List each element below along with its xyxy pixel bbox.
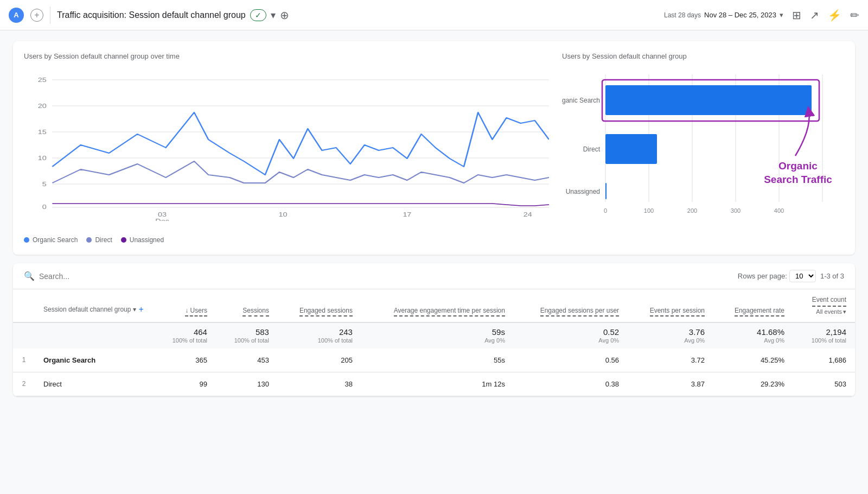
totals-users-value: 464 [163, 327, 207, 337]
annotation-arrow [795, 111, 809, 156]
totals-avg-engagement: 59s Avg 0% [361, 322, 514, 349]
annotation-text-line1: Organic [778, 160, 818, 172]
edit-icon[interactable]: ✏ [850, 9, 859, 22]
table-header-row: Session default channel group ▾ + ↓ User… [13, 289, 855, 322]
th-engagement-rate-label: Engagement rate [735, 307, 784, 316]
svg-text:Organic Search: Organic Search [562, 97, 600, 104]
th-engaged-sessions[interactable]: Engaged sessions [278, 289, 361, 322]
cell-sessions: 130 [216, 372, 278, 396]
totals-sessions: 583 100% of total [216, 322, 278, 349]
user-avatar[interactable]: A [9, 8, 24, 23]
svg-text:400: 400 [774, 207, 784, 214]
cell-event-count: 1,686 [793, 349, 855, 372]
svg-text:03: 03 [158, 211, 167, 218]
totals-epu-value: 0.52 [522, 327, 619, 337]
rows-per-page: Rows per page: 10 25 50 [738, 270, 816, 282]
totals-ec-value: 2,194 [802, 327, 846, 337]
check-circle-icon: ✓ [255, 11, 261, 20]
svg-text:0: 0 [42, 204, 47, 211]
totals-avg-sub: Avg 0% [484, 337, 505, 344]
cell-engagement-rate: 45.25% [713, 349, 793, 372]
line-chart-svg: 25 20 15 10 5 0 03 Dec 10 17 [24, 69, 549, 221]
th-engaged-per-user-label: Engaged sessions per user [540, 307, 619, 316]
th-event-count-label: Event count [812, 296, 846, 307]
main-content: Users by Session default channel group o… [0, 30, 868, 407]
th-engaged-per-user[interactable]: Engaged sessions per user [514, 289, 628, 322]
th-engagement-rate[interactable]: Engagement rate [713, 289, 793, 322]
date-range-picker[interactable]: Last 28 days Nov 28 – Dec 25, 2023 ▾ [664, 11, 783, 19]
report-icon[interactable]: ⊞ [792, 9, 801, 22]
totals-engaged-sub: 100% of total [318, 337, 353, 344]
bar-chart-title: Users by Session default channel group [562, 52, 844, 60]
cell-dimension: Organic Search [35, 349, 154, 372]
add-tab-button[interactable]: + [30, 9, 43, 22]
table-row: 1 Organic Search 365 453 205 55s 0.56 3.… [13, 349, 855, 372]
line-chart-container: 25 20 15 10 5 0 03 Dec 10 17 [24, 69, 549, 232]
totals-engagement-rate: 41.68% Avg 0% [713, 322, 793, 349]
totals-avg-value: 59s [370, 327, 505, 337]
dimension-dropdown-icon[interactable]: ▾ [133, 306, 136, 314]
cell-sessions: 453 [216, 349, 278, 372]
th-dimension-label: Session default channel group [43, 306, 131, 314]
topbar-separator [50, 7, 50, 24]
rows-per-page-select[interactable]: 10 25 50 [789, 270, 816, 282]
search-input[interactable] [39, 272, 148, 281]
all-events-dropdown[interactable]: All events ▾ [816, 308, 846, 315]
svg-text:Unassigned: Unassigned [566, 188, 600, 195]
cell-event-count: 503 [793, 372, 855, 396]
title-dropdown-icon[interactable]: ▾ [271, 9, 276, 21]
svg-text:10: 10 [38, 155, 47, 162]
add-dimension-button[interactable]: + [138, 304, 143, 315]
th-avg-engagement[interactable]: Average engagement time per session [361, 289, 514, 322]
th-users[interactable]: ↓ Users [154, 289, 216, 322]
totals-epu-sub: Avg 0% [598, 337, 619, 344]
svg-text:300: 300 [731, 207, 741, 214]
all-events-label: All events [816, 308, 842, 315]
table-toolbar: 🔍 Rows per page: 10 25 50 1-3 of 3 [13, 263, 855, 289]
line-chart-title: Users by Session default channel group o… [24, 52, 549, 60]
th-sessions-label: Sessions [242, 307, 269, 316]
totals-engaged-per-user: 0.52 Avg 0% [514, 322, 628, 349]
chart-legend: Organic Search Direct Unassigned [24, 236, 549, 244]
th-sessions[interactable]: Sessions [216, 289, 278, 322]
totals-engaged-sessions: 243 100% of total [278, 322, 361, 349]
date-dropdown-icon: ▾ [780, 11, 783, 19]
svg-text:15: 15 [38, 129, 47, 136]
legend-dot-unassigned [121, 237, 126, 243]
totals-users-sub: 100% of total [173, 337, 207, 344]
cell-engaged-sessions: 205 [278, 349, 361, 372]
bar-organic-search [605, 85, 812, 115]
search-box[interactable]: 🔍 [24, 271, 738, 281]
svg-text:10: 10 [278, 211, 287, 218]
totals-sessions-sub: 100% of total [234, 337, 269, 344]
totals-event-count: 2,194 100% of total [793, 322, 855, 349]
th-rank [13, 289, 35, 322]
legend-dot-organic [24, 237, 29, 243]
table-body: 1 Organic Search 365 453 205 55s 0.56 3.… [13, 349, 855, 396]
legend-direct: Direct [86, 236, 112, 244]
svg-text:5: 5 [42, 181, 47, 188]
bar-unassigned [605, 183, 607, 199]
date-value: Nov 28 – Dec 25, 2023 [704, 11, 776, 19]
totals-er-sub: Avg 0% [764, 337, 784, 344]
cell-rank: 1 [13, 349, 35, 372]
page-info: 1-3 of 3 [820, 272, 844, 280]
cell-engaged-sessions: 38 [278, 372, 361, 396]
th-events-per-session[interactable]: Events per session [628, 289, 713, 322]
th-event-count[interactable]: Event count All events ▾ [793, 289, 855, 322]
totals-events-per-session: 3.76 Avg 0% [628, 322, 713, 349]
totals-users: 464 100% of total [154, 322, 216, 349]
cell-users: 365 [154, 349, 216, 372]
date-label: Last 28 days [664, 11, 701, 19]
title-add-icon[interactable]: ⊕ [280, 9, 289, 22]
topbar-right: Last 28 days Nov 28 – Dec 25, 2023 ▾ ⊞ ↗… [664, 9, 859, 22]
legend-organic-search: Organic Search [24, 236, 78, 244]
legend-dot-direct [86, 237, 92, 243]
svg-text:100: 100 [644, 207, 654, 214]
all-events-dropdown-icon: ▾ [843, 308, 846, 315]
th-dimension[interactable]: Session default channel group ▾ + [35, 289, 154, 322]
data-table: Session default channel group ▾ + ↓ User… [13, 289, 855, 396]
svg-text:200: 200 [687, 207, 697, 214]
insights-icon[interactable]: ⚡ [828, 9, 841, 22]
share-icon[interactable]: ↗ [810, 9, 819, 22]
